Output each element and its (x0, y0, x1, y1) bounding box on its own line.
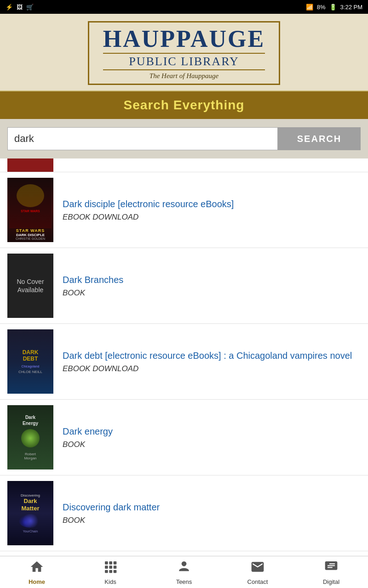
results-list: STAR WARS STAR WARS DARK DISCIPLE CHRIST… (0, 158, 368, 588)
nav-home[interactable]: Home (0, 556, 74, 588)
nav-contact-label: Contact (247, 578, 268, 585)
svg-point-9 (182, 561, 187, 566)
book-cover-dark-disciple: STAR WARS STAR WARS DARK DISCIPLE CHRIST… (7, 178, 53, 242)
book-title[interactable]: Dark debt [electronic resource eBooks] :… (63, 350, 361, 362)
book-title[interactable]: Discovering dark matter (63, 501, 361, 513)
book-cover-no-cover: No Cover Available (7, 254, 53, 318)
book-info-dark-branches: Dark Branches BOOK (63, 274, 361, 298)
svg-rect-1 (109, 561, 112, 565)
partial-result[interactable] (0, 158, 368, 172)
svg-rect-5 (114, 565, 117, 569)
logo-public-library: PUBLIC LIBRARY (103, 53, 265, 70)
header: HAUPPAUGE PUBLIC LIBRARY The Heart of Ha… (0, 14, 368, 91)
book-title[interactable]: Dark disciple [electronic resource eBook… (63, 198, 361, 210)
battery-icon: 🔋 (329, 4, 337, 11)
teens-icon (177, 560, 191, 577)
cart-icon: 🛒 (26, 4, 34, 11)
search-input[interactable] (7, 127, 278, 150)
book-info-dark-disciple: Dark disciple [electronic resource eBook… (63, 198, 361, 222)
svg-rect-8 (114, 570, 117, 573)
result-item[interactable]: Discovering DarkMatter YourChain Discove… (0, 475, 368, 551)
book-title[interactable]: Dark energy (63, 425, 361, 437)
svg-rect-6 (105, 570, 108, 573)
nav-digital[interactable]: Digital (294, 556, 368, 588)
book-type: EBOOK DOWNLOAD (63, 213, 361, 222)
status-left: ⚡ 🖼 🛒 (6, 4, 34, 11)
svg-rect-0 (105, 561, 108, 565)
nav-digital-label: Digital (323, 578, 339, 585)
result-item[interactable]: DarkEnergy RobertMorgan Dark energy BOOK (0, 400, 368, 475)
kids-icon (103, 560, 118, 577)
svg-rect-4 (109, 565, 112, 569)
battery-percent: 8% (317, 4, 326, 11)
book-type: BOOK (63, 288, 361, 298)
clock: 3:22 PM (340, 4, 362, 11)
search-area: SEARCH (0, 119, 368, 158)
home-icon (29, 560, 44, 577)
usb-icon: ⚡ (6, 4, 13, 11)
book-type: BOOK (63, 440, 361, 449)
digital-icon (324, 560, 339, 577)
svg-rect-3 (105, 565, 108, 569)
nav-contact[interactable]: Contact (221, 556, 294, 588)
nav-teens-label: Teens (176, 578, 192, 585)
svg-rect-2 (114, 561, 117, 565)
logo-tagline: The Heart of Hauppauge (103, 72, 265, 80)
search-button[interactable]: SEARCH (278, 127, 361, 150)
status-right: 📶 8% 🔋 3:22 PM (306, 4, 362, 11)
result-item[interactable]: STAR WARS STAR WARS DARK DISCIPLE CHRIST… (0, 172, 368, 248)
nav-kids[interactable]: Kids (74, 556, 147, 588)
book-cover-dark-energy: DarkEnergy RobertMorgan (7, 405, 53, 469)
result-item[interactable]: No Cover Available Dark Branches BOOK (0, 248, 368, 324)
search-everything-bar: Search Everything (0, 91, 368, 119)
no-cover-label: No Cover Available (7, 254, 53, 318)
book-type: EBOOK DOWNLOAD (63, 364, 361, 373)
bottom-nav: Home Kids Teens (0, 556, 368, 588)
svg-rect-7 (109, 570, 112, 573)
book-cover-dark-debt: DARKDEBT Chicagoland CHLOE NEILL (7, 329, 53, 394)
contact-icon (250, 560, 265, 577)
status-bar: ⚡ 🖼 🛒 📶 8% 🔋 3:22 PM (0, 0, 368, 14)
logo-hauppauge: HAUPPAUGE (103, 27, 265, 51)
nav-home-label: Home (29, 578, 45, 585)
book-type: BOOK (63, 516, 361, 525)
wifi-icon: 📶 (306, 4, 313, 11)
nav-teens[interactable]: Teens (147, 556, 221, 588)
book-cover-dark-matter: Discovering DarkMatter YourChain (7, 481, 53, 545)
search-everything-title: Search Everything (124, 98, 245, 112)
book-info-dark-matter: Discovering dark matter BOOK (63, 501, 361, 525)
result-item[interactable]: DARKDEBT Chicagoland CHLOE NEILL Dark de… (0, 324, 368, 400)
nav-kids-label: Kids (104, 578, 116, 585)
book-info-dark-energy: Dark energy BOOK (63, 425, 361, 449)
photo-icon: 🖼 (17, 4, 23, 11)
book-info-dark-debt: Dark debt [electronic resource eBooks] :… (63, 350, 361, 373)
book-title[interactable]: Dark Branches (63, 274, 361, 286)
logo-container: HAUPPAUGE PUBLIC LIBRARY The Heart of Ha… (88, 21, 280, 85)
